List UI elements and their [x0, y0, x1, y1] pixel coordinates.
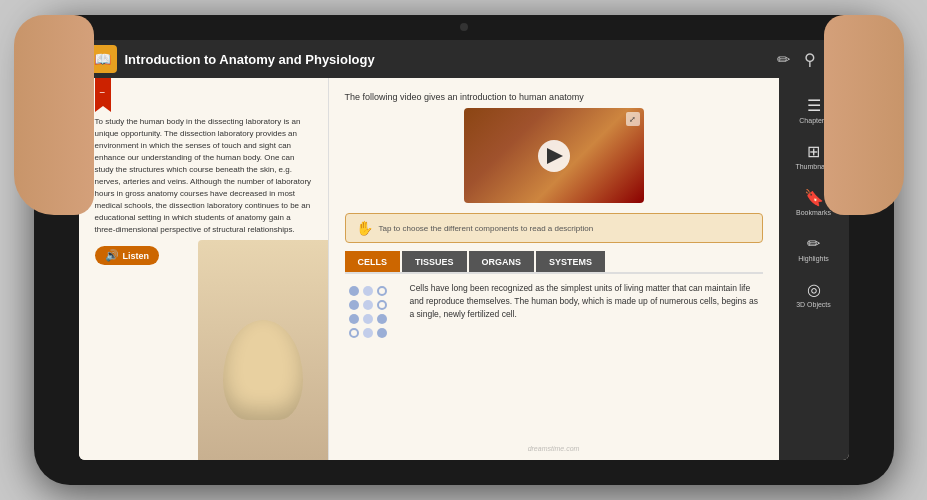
- cells-description: Cells have long been recognized as the s…: [410, 282, 763, 342]
- cell-dot-7: [349, 314, 359, 324]
- tab-systems[interactable]: SYSTEMS: [536, 251, 605, 272]
- video-section: The following video gives an introductio…: [345, 92, 763, 203]
- search-button[interactable]: ⚲: [804, 50, 816, 69]
- top-bar: 📖 Introduction to Anatomy and Physiology…: [79, 40, 849, 78]
- left-page-text: To study the human body in the dissectin…: [95, 116, 312, 236]
- cell-dot-4: [349, 300, 359, 310]
- cell-dot-10: [349, 328, 359, 338]
- notification-text: Tap to choose the different components t…: [379, 224, 594, 233]
- hand-right: [824, 15, 914, 485]
- notification-banner[interactable]: ✋ Tap to choose the different components…: [345, 213, 763, 243]
- expand-icon[interactable]: ⤢: [626, 112, 640, 126]
- cell-dot-5: [363, 300, 373, 310]
- cell-dot-6: [377, 300, 387, 310]
- cell-dot-2: [363, 286, 373, 296]
- tab-content: Cells have long been recognized as the s…: [345, 282, 763, 342]
- highlights-icon: ✏: [807, 234, 820, 253]
- edit-button[interactable]: ✏: [777, 50, 790, 69]
- thumbnails-icon: ⊞: [807, 142, 820, 161]
- screen: 📖 Introduction to Anatomy and Physiology…: [79, 40, 849, 460]
- cell-dot-1: [349, 286, 359, 296]
- chapters-icon: ☰: [807, 96, 821, 115]
- cell-dot-8: [363, 314, 373, 324]
- listen-label: Listen: [123, 251, 150, 261]
- skull-shape: [223, 320, 303, 420]
- tab-cells[interactable]: CELLS: [345, 251, 401, 272]
- cell-dot-12: [377, 328, 387, 338]
- speaker-icon: 🔊: [105, 249, 119, 262]
- right-page: The following video gives an introductio…: [329, 78, 779, 460]
- watermark: dreamstime.com: [528, 445, 580, 452]
- listen-button[interactable]: 🔊 Listen: [95, 246, 160, 265]
- tab-tissues[interactable]: TISSUES: [402, 251, 467, 272]
- body-text: To study the human body in the dissectin…: [95, 116, 312, 236]
- app-title: Introduction to Anatomy and Physiology: [125, 52, 777, 67]
- anatomy-image: [198, 240, 328, 460]
- main-content: − To study the human body in the dissect…: [79, 78, 849, 460]
- camera: [460, 23, 468, 31]
- hand-pointer-icon: ✋: [356, 220, 373, 236]
- bookmarks-icon: 🔖: [804, 188, 824, 207]
- cell-dot-11: [363, 328, 373, 338]
- tab-organs[interactable]: ORGANS: [469, 251, 535, 272]
- 3dobjects-icon: ◎: [807, 280, 821, 299]
- video-title: The following video gives an introductio…: [345, 92, 763, 102]
- cells-icon-area: [345, 282, 400, 342]
- cell-dot-9: [377, 314, 387, 324]
- left-page: − To study the human body in the dissect…: [79, 78, 329, 460]
- cell-dot-3: [377, 286, 387, 296]
- tabs-row: CELLS TISSUES ORGANS SYSTEMS: [345, 251, 763, 274]
- hand-left: [14, 15, 104, 485]
- tablet: 📖 Introduction to Anatomy and Physiology…: [34, 15, 894, 485]
- play-button[interactable]: [538, 140, 570, 172]
- video-thumbnail[interactable]: ⤢: [464, 108, 644, 203]
